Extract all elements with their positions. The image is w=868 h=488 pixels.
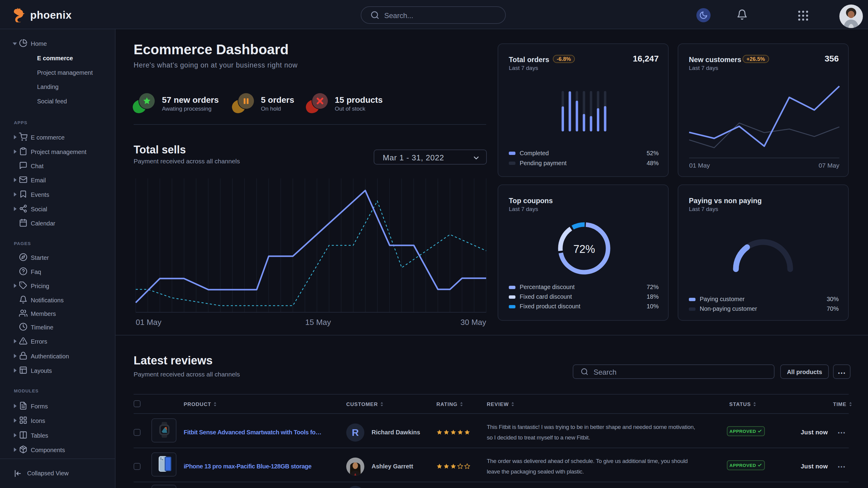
svg-text:01 May: 01 May bbox=[689, 162, 710, 169]
svg-text:01 May: 01 May bbox=[136, 318, 161, 327]
svg-text:15 May: 15 May bbox=[305, 318, 331, 327]
svg-text:72%: 72% bbox=[574, 243, 595, 255]
svg-text:30 May: 30 May bbox=[461, 318, 486, 327]
svg-text:R: R bbox=[352, 427, 359, 438]
svg-text:07 May: 07 May bbox=[818, 162, 839, 169]
